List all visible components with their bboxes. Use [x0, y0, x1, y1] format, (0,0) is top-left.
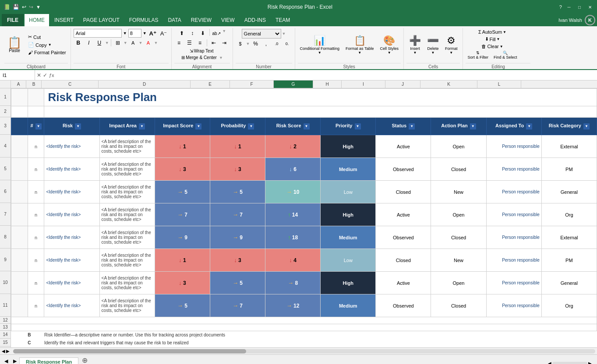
- header-action-filter[interactable]: ▼: [470, 123, 476, 130]
- cell-a1[interactable]: [11, 89, 28, 106]
- header-status-filter[interactable]: ▼: [409, 123, 415, 130]
- cell-impact-7[interactable]: <A brief description of the risk and its…: [99, 203, 155, 226]
- cell-priority-8[interactable]: Medium: [321, 226, 376, 249]
- col-g[interactable]: G: [274, 80, 313, 88]
- format-table-arrow[interactable]: ▼: [358, 51, 361, 55]
- fill-color-btn[interactable]: A: [128, 38, 138, 47]
- cell-cat-6[interactable]: General: [541, 181, 597, 203]
- cell-prob-6[interactable]: → 5: [210, 181, 265, 203]
- cell-action-10[interactable]: Open: [431, 272, 486, 294]
- row-num-6[interactable]: 6: [0, 180, 11, 203]
- cell-risk-7[interactable]: <Identify the risk>: [44, 203, 99, 226]
- header-risk-score[interactable]: Risk Score ▼: [265, 118, 321, 135]
- cell-a10[interactable]: [11, 272, 28, 294]
- header-risk[interactable]: Risk ▼: [44, 118, 99, 135]
- align-middle-btn[interactable]: ↕: [187, 29, 197, 38]
- cell-rscore-7[interactable]: ↑ 14: [265, 203, 321, 226]
- bold-btn[interactable]: B: [74, 38, 83, 47]
- cell-status-4[interactable]: Active: [376, 135, 431, 158]
- scroll-right-btn[interactable]: ▶: [6, 349, 10, 354]
- fill-arrow[interactable]: ▼: [497, 37, 500, 41]
- hscroll-indicator-left[interactable]: ◀: [548, 361, 551, 364]
- insert-btn[interactable]: ➕ Insert ▼: [406, 34, 424, 56]
- copy-btn[interactable]: 📄 Copy ▼: [26, 41, 68, 49]
- percent-btn[interactable]: %: [251, 39, 261, 48]
- cell-n-11[interactable]: n: [28, 294, 44, 317]
- header-assigned-filter[interactable]: ▼: [526, 123, 532, 130]
- col-h[interactable]: H: [313, 80, 342, 88]
- font-color-btn[interactable]: A: [144, 38, 153, 47]
- cell-rscore-4[interactable]: ↓ 2: [265, 135, 321, 158]
- fill-arrow[interactable]: ▼: [139, 41, 143, 45]
- cell-impact-6[interactable]: <A brief description of the risk and its…: [99, 181, 155, 203]
- header-status[interactable]: Status ▼: [376, 118, 431, 135]
- delete-btn[interactable]: ➖ Delete ▼: [424, 34, 442, 56]
- menu-page-layout[interactable]: PAGE LAYOUT: [79, 14, 124, 26]
- conditional-formatting-btn[interactable]: 📊 Conditional Formatting ▼: [298, 34, 342, 56]
- cell-iscore-4[interactable]: ↓ 1: [155, 135, 210, 158]
- cell-assigned-8[interactable]: Person responsible: [486, 226, 541, 249]
- cell-risk-11[interactable]: <Identify the risk>: [44, 294, 99, 317]
- cell-styles-btn[interactable]: 🎨 Cell Styles ▼: [378, 34, 401, 56]
- row-num-15[interactable]: 15: [0, 339, 11, 346]
- underline-btn[interactable]: U: [95, 38, 104, 47]
- merge-arrow[interactable]: ▼: [219, 56, 223, 60]
- cell-a7[interactable]: [11, 203, 28, 226]
- currency-btn[interactable]: $: [236, 39, 245, 48]
- cell-risk-9[interactable]: <Identify the risk>: [44, 249, 99, 272]
- header-category[interactable]: Risk Category ▼: [541, 118, 597, 135]
- header-impact-score[interactable]: Impact Score ▼: [155, 118, 210, 135]
- cell-action-5[interactable]: Closed: [431, 158, 486, 181]
- cell-n-10[interactable]: n: [28, 272, 44, 294]
- cell-a8[interactable]: [11, 226, 28, 249]
- cell-impact-11[interactable]: <A brief description of the risk and its…: [99, 294, 155, 317]
- row-num-5[interactable]: 5: [0, 158, 11, 180]
- increase-indent-btn[interactable]: ⇥: [219, 38, 229, 47]
- cell-rscore-8[interactable]: ↑ 18: [265, 226, 321, 249]
- cell-cat-4[interactable]: External: [541, 135, 597, 158]
- font-decrease-btn[interactable]: A⁻: [159, 29, 169, 38]
- delete-arrow[interactable]: ▼: [431, 51, 435, 55]
- cell-a9[interactable]: [11, 249, 28, 272]
- cell-rscore-5[interactable]: ↓ 6: [265, 158, 321, 181]
- cell-rscore-6[interactable]: → 10: [265, 181, 321, 203]
- cell-n-9[interactable]: n: [28, 249, 44, 272]
- row-num-11[interactable]: 11: [0, 294, 11, 317]
- header-score-filter[interactable]: ▼: [195, 123, 201, 130]
- header-priority[interactable]: Priority ▼: [321, 118, 376, 135]
- grid-scroll[interactable]: Risk Response Plan # ▼ Risk ▼ Impact Are…: [11, 88, 597, 347]
- cell-priority-4[interactable]: High: [321, 135, 376, 158]
- name-box[interactable]: I1: [0, 70, 35, 80]
- cell-impact-5[interactable]: <A brief description of the risk and its…: [99, 158, 155, 181]
- font-color-arrow[interactable]: ▼: [154, 41, 158, 45]
- insert-arrow[interactable]: ▼: [413, 51, 417, 55]
- increase-decimal-btn[interactable]: 0.: [283, 39, 292, 48]
- border-btn[interactable]: ⊞: [113, 38, 123, 47]
- row-num-12[interactable]: 12: [0, 317, 11, 324]
- cell-prob-4[interactable]: ↓ 1: [210, 135, 265, 158]
- menu-data[interactable]: DATA: [163, 14, 185, 26]
- format-table-btn[interactable]: 📋 Format as Table ▼: [343, 34, 376, 56]
- cell-title[interactable]: Risk Response Plan: [44, 89, 597, 106]
- align-center-btn[interactable]: ☰: [185, 38, 194, 47]
- cell-n-8[interactable]: n: [28, 226, 44, 249]
- cell-a6[interactable]: [11, 181, 28, 203]
- paste-btn[interactable]: 📋 Paste: [4, 36, 25, 54]
- border-arrow[interactable]: ▼: [124, 41, 127, 45]
- row-num-10[interactable]: 10: [0, 271, 11, 294]
- header-category-filter[interactable]: ▼: [583, 123, 590, 130]
- menu-addins[interactable]: ADD-INS: [240, 14, 270, 26]
- cell-assigned-6[interactable]: Person responsible: [486, 181, 541, 203]
- restore-btn[interactable]: □: [576, 4, 583, 10]
- cell-iscore-8[interactable]: → 9: [155, 226, 210, 249]
- cell-prob-8[interactable]: → 9: [210, 226, 265, 249]
- col-f[interactable]: F: [230, 80, 274, 88]
- col-j[interactable]: J: [385, 80, 420, 88]
- row-num-16[interactable]: 16: [0, 346, 11, 347]
- cell-risk-5[interactable]: <Identify the risk>: [44, 158, 99, 181]
- format-painter-btn[interactable]: 🖌 Format Painter: [26, 49, 68, 56]
- align-top-btn[interactable]: ⬆: [177, 29, 187, 38]
- cell-rscore-9[interactable]: ↓ 4: [265, 249, 321, 272]
- col-d[interactable]: D: [99, 80, 191, 88]
- cell-status-6[interactable]: Closed: [376, 181, 431, 203]
